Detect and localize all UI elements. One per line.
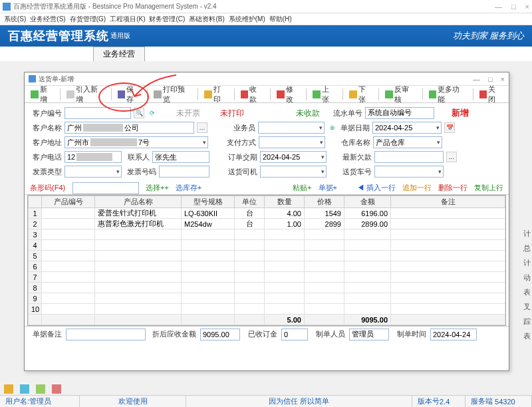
contact-input[interactable] [152, 151, 209, 163]
table-row[interactable]: 6 [29, 261, 505, 272]
status-unprinted: 未打印 [220, 108, 244, 119]
barcode-input[interactable] [72, 182, 139, 194]
col-qty[interactable]: 数量 [265, 196, 305, 208]
print-preview-button[interactable]: 打印预览 [152, 83, 194, 106]
dlg-minimize-icon[interactable]: — [473, 75, 480, 83]
close-button[interactable]: 关闭 [477, 83, 505, 106]
menu-maintenance[interactable]: 系统维护(M) [227, 15, 267, 24]
paste-link[interactable]: 粘贴+ [293, 183, 311, 193]
refresh-icon[interactable]: ⟳ [147, 108, 158, 118]
salesman-select[interactable] [258, 122, 325, 134]
bill-date-input[interactable]: 2024-04-25 [372, 122, 442, 134]
linkbar: 条形码(F4) 选择++ 选库存+ 粘贴+ 单据+ ◀ 插入一行 追加一行 删除… [25, 182, 509, 195]
pay-button[interactable]: 收款 [239, 83, 266, 106]
col-rownum [29, 196, 42, 208]
maketime-input[interactable] [430, 329, 477, 340]
save-button[interactable]: 保存 [116, 83, 143, 106]
minimize-icon[interactable]: — [495, 3, 502, 11]
table-row[interactable]: 9 [29, 293, 505, 304]
menu-project[interactable]: 工程项目(K) [108, 15, 146, 24]
col-model[interactable]: 型号规格 [182, 196, 235, 208]
prev-button[interactable]: 上张 [311, 83, 338, 106]
serial-input[interactable]: 系统自动编号 [365, 107, 434, 119]
table-row[interactable]: 3 [29, 229, 505, 240]
next-button[interactable]: 下张 [347, 83, 374, 106]
form-area: 客户编号 🔍 ⟳ 未开票 未打印 未收款 流水单号 系统自动编号 新增 客户名称… [25, 103, 509, 182]
append-row-link[interactable]: 追加一行 [402, 183, 432, 193]
folder-icon[interactable] [4, 384, 13, 394]
table-row[interactable]: 8 [29, 283, 505, 293]
delivery-date-input[interactable]: 2024-04-25 [260, 151, 327, 163]
table-row[interactable]: 10 [29, 304, 505, 315]
table-row[interactable]: 2惠普彩色激光打印机M254dw台1.0028992899.00 [29, 219, 505, 229]
maketime-label: 制单时间 [393, 329, 426, 339]
customer-name-input[interactable]: 广州公司 [65, 122, 194, 134]
dlg-close-icon[interactable]: × [501, 75, 505, 83]
delete-row-link[interactable]: 删除一行 [438, 183, 467, 193]
status-server-label: 服务端 [471, 396, 493, 406]
search-icon[interactable]: 🔍 [134, 108, 144, 118]
select-link[interactable]: 选择++ [146, 183, 169, 193]
status-motto: 因为信任 所以简单 [269, 396, 329, 406]
last-debt-input[interactable] [374, 151, 444, 163]
menu-basicdata[interactable]: 基础资料(B) [188, 15, 225, 24]
invoice-type-label: 发票类型 [30, 167, 62, 177]
col-amount[interactable]: 金额 [344, 196, 391, 208]
maker-input[interactable] [349, 329, 389, 340]
remark-input[interactable] [66, 329, 146, 340]
maximize-icon[interactable]: □ [511, 3, 516, 11]
add-button[interactable]: 新增 [29, 83, 56, 106]
col-name[interactable]: 产品名称 [95, 196, 182, 208]
menu-business[interactable]: 业务经营(S) [29, 15, 66, 24]
close-icon[interactable]: × [525, 3, 529, 11]
add-salesman-icon[interactable]: ⊕ [327, 122, 338, 133]
menu-finance[interactable]: 财务管理(C) [148, 15, 186, 24]
customer-addr-label: 客户地址 [30, 138, 62, 148]
unaudit-button[interactable]: 反审核 [383, 83, 418, 106]
table-row[interactable]: 5 [29, 251, 505, 261]
table-row[interactable]: 4 [29, 240, 505, 251]
insert-row-link[interactable]: ◀ 插入一行 [357, 183, 396, 193]
col-unit[interactable]: 单位 [235, 196, 265, 208]
single-link[interactable]: 单据+ [319, 183, 337, 193]
pay-method-select[interactable] [259, 136, 325, 148]
barcode-label: 条形码(F4) [30, 183, 66, 193]
customer-code-input[interactable] [65, 107, 131, 119]
col-price[interactable]: 价格 [305, 196, 344, 208]
window-controls: — □ × [495, 3, 529, 11]
customer-tel-input[interactable]: 12 [65, 151, 122, 163]
dlg-maximize-icon[interactable]: □ [488, 75, 493, 83]
ellipsis-icon[interactable]: … [197, 122, 207, 133]
more-button[interactable]: 更多功能 [427, 83, 469, 106]
tab-business[interactable]: 业务经营 [93, 47, 145, 61]
menu-system[interactable]: 系统(S) [3, 15, 27, 24]
invoice-type-select[interactable] [65, 166, 122, 178]
import-add-button[interactable]: 引入新增 [65, 83, 106, 106]
note-icon[interactable] [52, 384, 61, 394]
warehouse-select[interactable]: 产品仓库 [373, 136, 442, 148]
save-icon [118, 90, 126, 98]
col-remark[interactable]: 备注 [391, 196, 505, 208]
table-row[interactable]: 7 [29, 272, 505, 283]
sum-qty: 5.00 [265, 315, 305, 325]
debt-ellipsis-icon[interactable]: … [446, 152, 457, 162]
calendar-icon[interactable]: 📅 [444, 122, 455, 133]
audit-icon [385, 90, 393, 98]
menu-help[interactable]: 帮助(H) [268, 15, 293, 24]
select-stock-link[interactable]: 选库存+ [176, 183, 201, 193]
driver-select[interactable] [260, 166, 327, 178]
items-grid[interactable]: 产品编号 产品名称 型号规格 单位 数量 价格 金额 备注 1爱普生针式打印机L… [27, 195, 506, 326]
col-code[interactable]: 产品编号 [42, 196, 95, 208]
invoice-no-input[interactable] [159, 166, 209, 178]
print-button[interactable]: 打印 [202, 83, 229, 106]
discount-input[interactable] [200, 329, 240, 340]
calendar2-icon[interactable] [20, 384, 29, 394]
calc-icon[interactable] [36, 384, 45, 394]
customer-addr-select[interactable]: 广州市7号 [65, 136, 208, 148]
menu-inventory[interactable]: 存货管理(G) [68, 15, 107, 24]
deposit-input[interactable] [281, 329, 308, 340]
copy-row-link[interactable]: 复制上行 [474, 183, 503, 193]
vehicle-select[interactable] [374, 166, 444, 178]
edit-button[interactable]: 修改 [275, 83, 302, 106]
table-row[interactable]: 1爱普生针式打印机LQ-630KII台4.0015496196.00 [29, 208, 505, 219]
